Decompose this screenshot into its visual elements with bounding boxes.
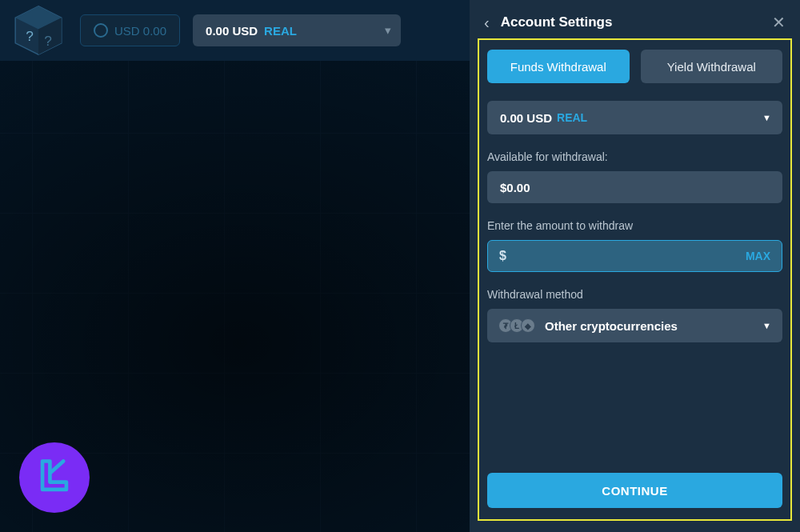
panel-body: Funds Withdrawal Yield Withdrawal 0.00 U…: [478, 38, 792, 521]
available-amount-box: $0.00: [487, 171, 782, 203]
withdrawal-tabs: Funds Withdrawal Yield Withdrawal: [487, 50, 782, 83]
method-label: Withdrawal method: [487, 288, 782, 301]
account-balance-dropdown[interactable]: 0.00 USD REAL ▾: [193, 14, 401, 46]
amount-label: Enter the amount to withdraw: [487, 219, 782, 232]
continue-button[interactable]: CONTINUE: [487, 473, 782, 508]
withdraw-amount-input[interactable]: [513, 250, 739, 263]
svg-text:?: ?: [44, 33, 52, 49]
tab-yield-label: Yield Withdrawal: [667, 60, 756, 74]
usd-balance-text: USD 0.00: [114, 24, 166, 38]
usd-balance-pill[interactable]: USD 0.00: [80, 14, 180, 46]
chevron-down-icon: ▾: [385, 23, 391, 38]
account-settings-panel: ‹ Account Settings ✕ Funds Withdrawal Yi…: [470, 0, 800, 532]
back-icon[interactable]: ‹: [484, 14, 490, 32]
withdrawal-method-select[interactable]: ₮ Ł ◆ Other cryptocurrencies ▼: [487, 309, 782, 342]
account-select[interactable]: 0.00 USD REAL ▼: [487, 101, 782, 134]
balance-amount: 0.00 USD: [206, 24, 258, 38]
chevron-down-icon: ▼: [762, 113, 771, 122]
currency-symbol: $: [499, 249, 506, 263]
cube-icon: ? ?: [10, 2, 67, 59]
account-select-tag: REAL: [557, 111, 587, 124]
available-label: Available for withdrawal:: [487, 150, 782, 163]
continue-label: CONTINUE: [602, 484, 667, 498]
tab-funds-label: Funds Withdrawal: [510, 60, 606, 74]
method-selected-text: Other cryptocurrencies: [545, 319, 678, 333]
tab-funds-withdrawal[interactable]: Funds Withdrawal: [487, 50, 630, 83]
amount-input-row[interactable]: $ MAX: [487, 240, 782, 272]
account-select-amount: 0.00 USD: [500, 111, 552, 125]
tab-yield-withdrawal[interactable]: Yield Withdrawal: [641, 50, 783, 83]
available-amount: $0.00: [500, 181, 530, 194]
app-logo-cube[interactable]: ? ?: [10, 6, 67, 54]
ethereum-icon: ◆: [521, 318, 535, 333]
refresh-icon: [94, 23, 108, 38]
chevron-down-icon: ▼: [762, 321, 771, 330]
panel-title: Account Settings: [501, 14, 761, 30]
crypto-icons: ₮ Ł ◆: [498, 318, 535, 333]
close-icon[interactable]: ✕: [772, 13, 786, 32]
kc-logo-icon: [32, 455, 77, 500]
svg-text:?: ?: [26, 28, 34, 44]
max-button[interactable]: MAX: [746, 250, 770, 262]
balance-tag: REAL: [264, 24, 297, 38]
brand-logo[interactable]: [19, 442, 90, 513]
